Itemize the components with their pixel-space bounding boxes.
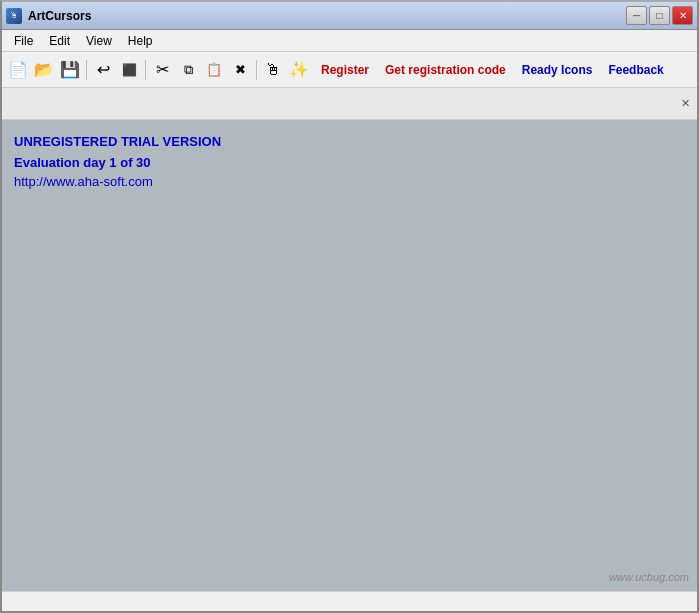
- window-controls: ─ □ ✕: [626, 6, 693, 25]
- app-icon: 🖱: [6, 8, 22, 24]
- cut-button[interactable]: ✂: [150, 58, 174, 82]
- cursor1-button[interactable]: 🖱: [261, 58, 285, 82]
- minimize-button[interactable]: ─: [626, 6, 647, 25]
- close-button[interactable]: ✕: [672, 6, 693, 25]
- toolbar-links: Register Get registration code Ready Ico…: [321, 63, 664, 77]
- toolbar: 📄 📂 💾 ↩ ⬛ ✂ ⧉ 📋 ✖ 🖱: [2, 52, 697, 88]
- ready-icons-link[interactable]: Ready Icons: [522, 63, 593, 77]
- feedback-link[interactable]: Feedback: [608, 63, 663, 77]
- open-button[interactable]: 📂: [32, 58, 56, 82]
- separator-3: [256, 60, 257, 80]
- title-bar: 🖱 ArtCursors ─ □ ✕: [2, 2, 697, 30]
- cut-icon: ✂: [156, 60, 169, 79]
- window-title: ArtCursors: [28, 9, 91, 23]
- open-icon: 📂: [34, 60, 54, 79]
- separator-2: [145, 60, 146, 80]
- trial-version-text: UNREGISTERED TRIAL VERSION: [14, 132, 685, 153]
- save-icon: 💾: [60, 60, 80, 79]
- menu-view[interactable]: View: [78, 32, 120, 50]
- separator-1: [86, 60, 87, 80]
- menu-help[interactable]: Help: [120, 32, 161, 50]
- delete-button[interactable]: ✖: [228, 58, 252, 82]
- status-bar: [2, 591, 697, 611]
- maximize-button[interactable]: □: [649, 6, 670, 25]
- menu-edit[interactable]: Edit: [41, 32, 78, 50]
- main-window: 🖱 ArtCursors ─ □ ✕ File Edit View Help 📄…: [0, 0, 699, 613]
- save-button[interactable]: 💾: [58, 58, 82, 82]
- register-link[interactable]: Register: [321, 63, 369, 77]
- get-registration-link[interactable]: Get registration code: [385, 63, 506, 77]
- undo-icon: ↩: [97, 60, 110, 79]
- cursor2-button[interactable]: ✨: [287, 58, 311, 82]
- menu-bar: File Edit View Help: [2, 30, 697, 52]
- new-button[interactable]: 📄: [6, 58, 30, 82]
- copy-button[interactable]: ⧉: [176, 58, 200, 82]
- paste-button[interactable]: 📋: [202, 58, 226, 82]
- title-bar-left: 🖱 ArtCursors: [6, 8, 91, 24]
- main-content: UNREGISTERED TRIAL VERSION Evaluation da…: [2, 120, 697, 591]
- trial-url-link[interactable]: http://www.aha-soft.com: [14, 174, 153, 189]
- trial-eval-text: Evaluation day 1 of 30: [14, 153, 685, 174]
- banner-bar: ✕: [2, 88, 697, 120]
- undo-button[interactable]: ↩: [91, 58, 115, 82]
- stop-button[interactable]: ⬛: [117, 58, 141, 82]
- cursor1-icon: 🖱: [265, 61, 281, 79]
- cursor2-icon: ✨: [289, 60, 309, 79]
- paste-icon: 📋: [206, 62, 222, 77]
- watermark: www.ucbug.com: [609, 571, 689, 583]
- stop-icon: ⬛: [122, 63, 137, 77]
- delete-icon: ✖: [235, 62, 246, 77]
- new-icon: 📄: [8, 60, 28, 79]
- banner-close-button[interactable]: ✕: [677, 96, 693, 112]
- copy-icon: ⧉: [184, 62, 193, 78]
- menu-file[interactable]: File: [6, 32, 41, 50]
